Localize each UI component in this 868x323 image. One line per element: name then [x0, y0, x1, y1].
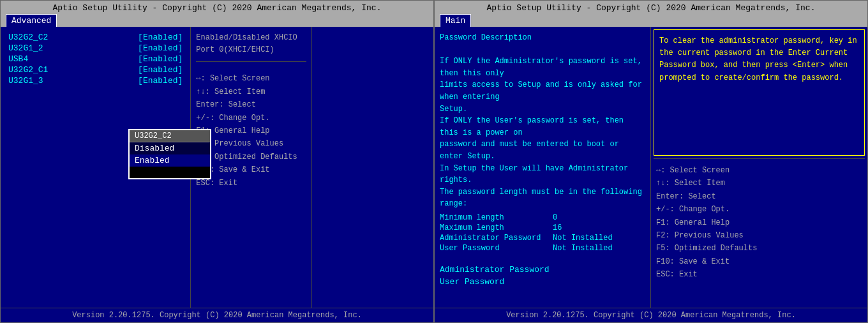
left-header: Aptio Setup Utility - Copyright (C) 2020…: [1, 1, 433, 14]
right-description-box: To clear the administrator password, key…: [654, 29, 865, 156]
pwd-desc-line0: Password Description: [440, 32, 645, 44]
item-name-u32g2c1: U32G2_C1: [8, 65, 48, 75]
menu-item-u32g12[interactable]: U32G1_2 [Enabled]: [6, 43, 185, 54]
admin-password-link[interactable]: Administrator Password: [440, 264, 645, 276]
tab-advanced[interactable]: Advanced: [6, 14, 57, 27]
menu-item-u32g2c2[interactable]: U32G2_C2 [Enabled]: [6, 32, 185, 43]
pwd-row-admin: Administrator Password Not Installed: [440, 233, 645, 243]
right-hint-f5: F5: Optimized Defaults: [656, 242, 862, 255]
hint-select-screen: ↔: Select Screen: [196, 72, 306, 85]
user-password-link[interactable]: User Password: [440, 276, 645, 288]
pwd-desc-line4: Setup.: [440, 103, 645, 116]
password-table: Minimum length 0 Maximum length 16 Admin…: [440, 213, 645, 253]
left-description: Enabled/Disabled XHCIO Port 0(XHCI/EHCI): [196, 32, 306, 62]
item-name-u32g2c2: U32G2_C2: [8, 33, 48, 42]
right-header: Aptio Setup Utility - Copyright (C) 2020…: [435, 1, 867, 14]
menu-item-u32g2c1[interactable]: U32G2_C1 [Enabled]: [6, 64, 185, 75]
hint-f10: F10: Save & Exit: [196, 163, 306, 176]
hint-esc: ESC: Exit: [196, 177, 306, 190]
pwd-desc-line5: If ONLY the User's password is set, then…: [440, 115, 645, 139]
right-body: Password Description If ONLY the Adminis…: [435, 27, 867, 308]
left-tab-bar: Advanced: [1, 14, 433, 27]
hint-f5: F5: Optimized Defaults: [196, 151, 306, 163]
dropdown-option-disabled[interactable]: Disabled: [130, 142, 210, 154]
item-value-u32g13: [Enabled]: [138, 76, 183, 86]
hint-change-opt: +/-: Change Opt.: [196, 112, 306, 124]
pwd-desc-line7: In Setup the User will have Administrato…: [440, 163, 645, 186]
hint-f1: F1: General Help: [196, 124, 306, 137]
pwd-row-max: Maximum length 16: [440, 223, 645, 233]
left-screen: Aptio Setup Utility - Copyright (C) 2020…: [0, 0, 434, 323]
menu-item-u32g13[interactable]: U32G1_3 [Enabled]: [6, 75, 185, 86]
right-keyboard-hints: ↔: Select Screen ↑↓: Select Item Enter: …: [656, 164, 862, 282]
password-description-block: Password Description If ONLY the Adminis…: [440, 32, 645, 210]
hint-select-item: ↑↓: Select Item: [196, 86, 306, 98]
item-value-usb4: [Enabled]: [138, 54, 183, 64]
pwd-desc-line6: password and must be entered to boot or …: [440, 139, 645, 162]
left-right-panel: [312, 27, 433, 308]
right-tab-bar: Main: [435, 14, 867, 27]
tab-main[interactable]: Main: [440, 14, 471, 27]
item-name-usb4: USB4: [8, 54, 28, 64]
item-value-u32g2c1: [Enabled]: [138, 65, 183, 75]
pwd-row-user: User Password Not Installed: [440, 243, 645, 253]
right-hint-select-item: ↑↓: Select Item: [656, 177, 862, 190]
pwd-admin-label: Administrator Password: [440, 234, 553, 243]
pwd-row-min: Minimum length 0: [440, 213, 645, 223]
dropdown-u32g2c2: U32G2_C2 Disabled Enabled: [128, 129, 211, 179]
right-keyboard-hints-container: ↔: Select Screen ↑↓: Select Item Enter: …: [651, 159, 867, 308]
pwd-max-label: Maximum length: [440, 223, 553, 232]
pwd-desc-line1: [440, 44, 645, 56]
right-screen: Aptio Setup Utility - Copyright (C) 2020…: [434, 0, 868, 323]
item-name-u32g12: U32G1_2: [8, 43, 43, 53]
pwd-desc-line3: limits access to Setup and is only asked…: [440, 79, 645, 103]
pwd-admin-value: Not Installed: [553, 234, 645, 243]
menu-item-usb4[interactable]: USB4 [Enabled]: [6, 54, 185, 64]
right-left-panel: Password Description If ONLY the Adminis…: [435, 27, 651, 308]
right-hint-f10: F10: Save & Exit: [656, 255, 862, 268]
item-value-u32g12: [Enabled]: [138, 43, 183, 53]
pwd-user-label: User Password: [440, 244, 553, 253]
right-hint-f2: F2: Previous Values: [656, 229, 862, 242]
right-hint-enter: Enter: Select: [656, 190, 862, 203]
item-name-u32g13: U32G1_3: [8, 76, 43, 86]
pwd-desc-line2: If ONLY the Administrator's password is …: [440, 56, 645, 79]
right-right-area: To clear the administrator password, key…: [651, 27, 867, 308]
right-hint-esc: ESC: Exit: [656, 268, 862, 281]
hint-enter: Enter: Select: [196, 98, 306, 111]
pwd-max-value: 16: [553, 223, 645, 232]
left-keyboard-hints: ↔: Select Screen ↑↓: Select Item Enter: …: [196, 72, 306, 190]
right-footer: Version 2.20.1275. Copyright (C) 2020 Am…: [435, 308, 867, 322]
left-body: U32G2_C2 [Enabled] U32G1_2 [Enabled] USB…: [1, 27, 433, 308]
right-description-text: To clear the administrator password, key…: [659, 35, 859, 84]
dropdown-title: U32G2_C2: [130, 130, 210, 142]
hint-f2: F2: Previous Values: [196, 137, 306, 150]
left-footer: Version 2.20.1275. Copyright (C) 2020 Am…: [1, 308, 433, 322]
item-value-u32g2c2: [Enabled]: [138, 33, 183, 42]
right-hint-change-opt: +/-: Change Opt.: [656, 203, 862, 216]
pwd-desc-line8: The password length must be in the follo…: [440, 186, 645, 210]
pwd-min-label: Minimum length: [440, 213, 553, 222]
right-hint-f1: F1: General Help: [656, 216, 862, 229]
pwd-user-value: Not Installed: [553, 244, 645, 253]
right-hint-select-screen: ↔: Select Screen: [656, 164, 862, 177]
pwd-min-value: 0: [553, 213, 645, 222]
dropdown-option-enabled[interactable]: Enabled: [130, 154, 210, 167]
left-menu-panel: U32G2_C2 [Enabled] U32G1_2 [Enabled] USB…: [1, 27, 191, 308]
password-links: Administrator Password User Password: [440, 264, 645, 288]
